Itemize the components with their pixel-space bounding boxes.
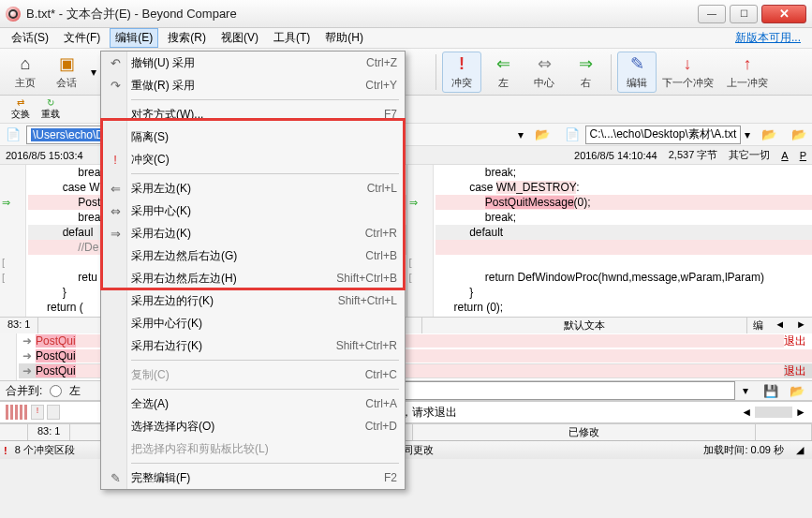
menu-item[interactable]: 采用右边然后左边(H)Shift+Ctrl+B <box>101 267 405 289</box>
session-dropdown-arrow[interactable]: ▾ <box>88 66 99 79</box>
close-button[interactable]: ✕ <box>761 5 806 23</box>
menu-item[interactable]: !冲突(C) <box>101 148 405 170</box>
menu-item-shortcut: Ctrl+Z <box>366 56 397 69</box>
code-line[interactable] <box>436 240 813 255</box>
reload-button[interactable]: ↻重载 <box>36 97 66 122</box>
merge-path-dropdown[interactable]: ▾ <box>743 384 754 397</box>
menu-item-label: 采用右边行(K) <box>131 338 336 354</box>
menu-item-label: 把选择内容和剪贴板比较(L) <box>131 441 397 457</box>
open-right-icon[interactable]: 📂 <box>760 126 778 143</box>
right-button[interactable]: ⇒右 <box>566 52 605 93</box>
menu-tools[interactable]: 工具(T) <box>268 28 316 48</box>
separator <box>436 54 436 90</box>
code-line[interactable]: break; <box>436 165 813 180</box>
arrow-center-icon: ⇔ <box>538 53 552 74</box>
menu-item[interactable]: 隔离(S) <box>101 126 405 148</box>
merge-arrow-icon: ➜ <box>19 349 36 363</box>
scroll-right[interactable]: ► <box>790 318 812 333</box>
update-link[interactable]: 新版本可用... <box>730 28 806 48</box>
menu-item[interactable]: 选择选择内容(O)Ctrl+D <box>101 415 405 437</box>
edit-button[interactable]: ✎编辑 <box>617 52 657 93</box>
header-p[interactable]: P <box>800 150 806 161</box>
menu-edit[interactable]: 编辑(E) <box>110 28 158 48</box>
swap-button[interactable]: ⇄交换 <box>6 97 36 122</box>
next-conflict-button[interactable]: ↓下一个冲突 <box>658 52 716 93</box>
menu-item[interactable]: ↶撤销(U) 采用Ctrl+Z <box>101 52 405 74</box>
menu-item[interactable]: 全选(A)Ctrl+A <box>101 392 405 415</box>
maximize-button[interactable]: ☐ <box>730 5 758 23</box>
path-right[interactable]: C:\...\echo\Desktop\素材\A.txt <box>585 126 742 144</box>
merge-to-label: 合并到: <box>6 383 42 399</box>
menu-item-label: 采用中心(K) <box>131 203 397 219</box>
menu-item[interactable]: ⇐采用左边(K)Ctrl+L <box>101 177 405 200</box>
arrow-right-icon: ⇒ <box>579 53 593 74</box>
open-merge-icon[interactable]: 📂 <box>788 382 806 399</box>
menu-item-icon: ⇐ <box>107 182 124 196</box>
code-line[interactable]: break; <box>436 210 813 225</box>
session-button[interactable]: ▣会话 <box>47 52 86 93</box>
menu-item[interactable]: ↷重做(R) 采用Ctrl+Y <box>101 74 405 96</box>
resize-grip-icon[interactable]: ◢ <box>791 444 808 456</box>
menu-item[interactable]: ✎完整编辑(F)F2 <box>101 466 405 489</box>
menu-item[interactable]: 采用中心行(K) <box>101 312 405 334</box>
path-mid-dropdown[interactable]: ▾ <box>518 128 529 141</box>
exit-label2: 退出 <box>784 363 812 379</box>
merge-to-left-radio[interactable] <box>50 385 62 397</box>
arrow-up-icon: ↑ <box>744 54 752 74</box>
separator <box>611 54 612 90</box>
code-line[interactable]: } <box>436 315 813 317</box>
code-line[interactable] <box>436 255 813 270</box>
home-button[interactable]: ⌂主页 <box>6 52 45 93</box>
menu-item[interactable]: ⇔采用中心(K) <box>101 200 405 222</box>
conflict-button[interactable]: !冲突 <box>442 52 481 93</box>
menu-item-label: 重做(R) 采用 <box>131 78 365 94</box>
left-button[interactable]: ⇐左 <box>483 52 523 93</box>
menu-item-label: 隔离(S) <box>131 129 397 145</box>
menu-file[interactable]: 文件(F) <box>58 28 106 48</box>
open-right-icon2[interactable]: 📂 <box>790 126 808 143</box>
center-button[interactable]: ⇔中心 <box>524 52 564 93</box>
code-line[interactable]: default <box>436 225 813 240</box>
menu-item[interactable]: 采用右边行(K)Shift+Ctrl+R <box>101 334 405 357</box>
menu-item[interactable]: 采用左边的行(K)Shift+Ctrl+L <box>101 289 405 312</box>
menu-item[interactable]: ⇒采用右边(K)Ctrl+R <box>101 222 405 244</box>
overview-scrollbar[interactable] <box>755 407 792 418</box>
stat-mod: 已修改 <box>413 424 756 440</box>
menu-item-shortcut: Ctrl+C <box>365 368 397 381</box>
code-line[interactable]: return (0); <box>436 300 813 315</box>
menu-session[interactable]: 会话(S) <box>6 28 54 48</box>
menu-item-label: 冲突(C) <box>131 152 397 168</box>
save-icon[interactable]: 💾 <box>761 382 780 399</box>
menu-view[interactable]: 视图(V) <box>215 28 264 48</box>
header-a[interactable]: A <box>781 150 788 161</box>
menu-separator <box>131 463 399 464</box>
menu-item: 把选择内容和剪贴板比较(L) <box>101 437 405 460</box>
menu-item-shortcut: Shift+Ctrl+L <box>338 294 397 307</box>
open-mid-icon[interactable]: 📂 <box>533 126 552 143</box>
code-line[interactable]: return DefWindowProc(hwnd,message,wParam… <box>436 270 813 285</box>
menu-item-label: 全选(A) <box>131 396 365 412</box>
code-line[interactable]: PostQuitMessage(0); <box>436 195 813 210</box>
header-right-date: 2016/8/5 14:10:44 <box>574 150 657 161</box>
edit-mode[interactable]: 编 <box>747 318 769 333</box>
scroll-left-ov[interactable]: ◄ <box>741 406 752 419</box>
minimize-button[interactable]: — <box>698 5 726 23</box>
path-right-dropdown[interactable]: ▾ <box>745 128 756 141</box>
scroll-left[interactable]: ◄ <box>769 318 790 333</box>
scroll-right-ov[interactable]: ► <box>795 406 806 419</box>
code-line[interactable]: case WM_DESTROY: <box>436 180 813 195</box>
merge-arrow-icon: ➜ <box>19 334 36 348</box>
reload-icon: ↻ <box>47 97 54 108</box>
window-title: B.txt* - 文本合并(E) - Beyond Compare <box>26 6 698 22</box>
code-line[interactable]: } <box>436 285 813 300</box>
menu-item-label: 采用中心行(K) <box>131 316 397 332</box>
menu-item-icon: ! <box>107 153 124 167</box>
menu-item[interactable]: 采用左边然后右边(G)Ctrl+B <box>101 244 405 267</box>
menu-help[interactable]: 帮助(H) <box>319 28 369 48</box>
menu-search[interactable]: 搜索(R) <box>162 28 212 48</box>
prev-conflict-button[interactable]: ↑上一冲突 <box>718 52 776 93</box>
menu-item-label: 采用左边(K) <box>131 181 367 197</box>
code-pane-right[interactable]: ⇒ [ [ break; case WM_DESTROY: PostQuitMe… <box>406 165 813 317</box>
menu-item-icon: ⇒ <box>107 227 124 241</box>
menu-item[interactable]: 对齐方式(W)...F7 <box>101 103 405 126</box>
